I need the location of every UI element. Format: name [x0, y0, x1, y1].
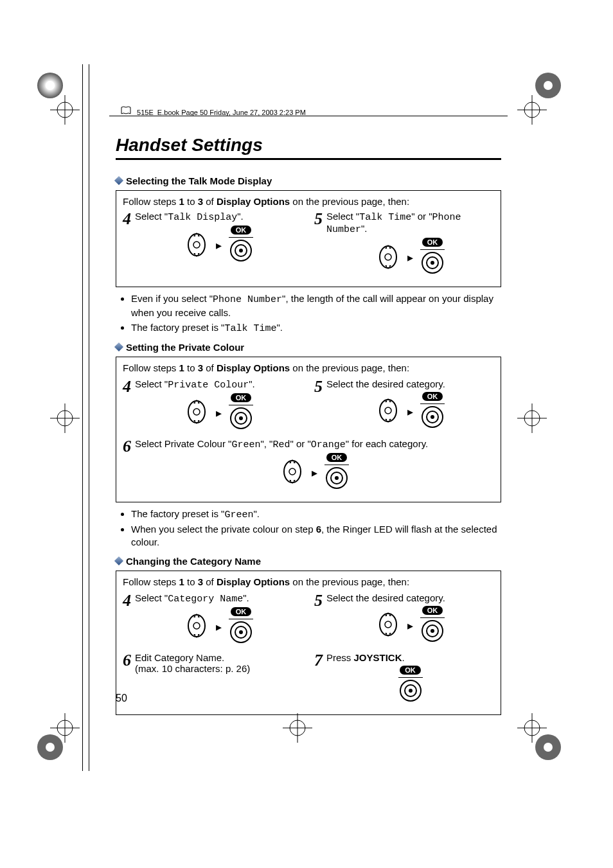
ok-control: OK [420, 606, 445, 646]
arrow-right-icon: ▸ [216, 406, 222, 420]
step: 5 Select "Talk Time" or "Phone Number". … [314, 211, 494, 278]
svg-point-28 [544, 743, 553, 752]
step-mono: Orange [311, 439, 346, 450]
joystick-icon [324, 465, 350, 493]
step-mono: Category Name [168, 594, 243, 605]
bullet-list: The factory preset is "Green".When you s… [125, 508, 501, 549]
svg-point-44 [380, 400, 396, 421]
svg-point-49 [284, 461, 301, 483]
step-text: Press [326, 652, 354, 663]
donut-icon [35, 71, 65, 102]
arrow-right-icon: ▸ [216, 238, 222, 252]
title-underline [116, 158, 501, 160]
step-number: 6 [123, 438, 131, 455]
step-text: ", " [260, 438, 272, 449]
step-number: 4 [123, 211, 131, 227]
arrow-right-icon: ▸ [312, 466, 317, 480]
step-text: ". [237, 211, 244, 222]
step-text: ". [361, 223, 368, 234]
step-mono: Private Colour [168, 380, 249, 391]
diamond-icon [114, 342, 123, 351]
ok-badge: OK [422, 606, 443, 615]
instruction-box: Follow steps 1 to 3 of Display Options o… [116, 357, 501, 502]
step-text: " or " [411, 211, 432, 222]
joystick-icon [420, 250, 445, 278]
step-text: Select the desired category. [326, 378, 445, 389]
svg-point-33 [239, 249, 243, 252]
svg-point-22 [46, 81, 55, 90]
step: 4 Select "Talk Display". ▸ OK [123, 211, 303, 278]
svg-point-39 [188, 401, 205, 423]
nav-up-down-icon [375, 612, 401, 639]
instruction-box: Follow steps 1 to 3 of Display Options o… [116, 190, 501, 287]
ok-badge: OK [422, 392, 443, 401]
step-text: " for each category. [346, 438, 428, 449]
arrow-right-icon: ▸ [216, 620, 222, 634]
nav-up-down-icon [375, 244, 401, 272]
joystick-icon [420, 404, 445, 432]
step-number: 5 [314, 211, 323, 227]
svg-point-59 [380, 614, 396, 635]
step-number: 4 [123, 378, 131, 395]
nav-up-down-icon [280, 459, 305, 486]
svg-point-58 [239, 630, 243, 634]
arrow-right-icon: ▸ [407, 251, 413, 265]
nav-up-down-icon [184, 232, 209, 260]
step-mono: Talk Time [359, 212, 411, 223]
registration-mark-icon [517, 403, 547, 435]
joystick-icon [228, 238, 254, 265]
joystick-icon [228, 619, 254, 647]
ok-control: OK [228, 226, 254, 265]
step: 5 Select the desired category. ▸ OK [314, 592, 494, 647]
step-number: 5 [314, 592, 323, 609]
svg-point-66 [409, 689, 413, 693]
crop-line [82, 64, 83, 771]
svg-point-24 [544, 81, 553, 90]
svg-point-40 [193, 409, 200, 415]
section-heading: Changing the Category Name [116, 556, 501, 567]
ok-control: OK [420, 238, 445, 278]
svg-point-35 [385, 254, 391, 260]
step-bold: JOYSTICK [354, 652, 402, 663]
nav-up-down-icon [184, 399, 209, 427]
crop-line [89, 64, 89, 771]
step-text: " or " [290, 438, 310, 449]
svg-point-48 [431, 415, 434, 419]
bullet-item: The factory preset is "Green". [131, 508, 501, 522]
svg-point-50 [289, 468, 296, 475]
nav-up-down-icon [184, 613, 209, 641]
step: 4 Select "Category Name". ▸ OK [123, 592, 303, 647]
ok-badge: OK [231, 607, 252, 616]
donut-icon [533, 71, 563, 102]
step-text: Select " [326, 211, 359, 222]
joystick-icon [420, 618, 445, 646]
arrow-right-icon: ▸ [407, 619, 413, 633]
step-text: ". [243, 592, 249, 603]
ok-badge: OK [400, 666, 421, 675]
svg-point-53 [335, 476, 339, 480]
step-text: ". [249, 378, 255, 389]
step-number: 5 [314, 378, 323, 395]
ok-badge: OK [422, 238, 443, 247]
step-number: 4 [123, 592, 131, 609]
svg-point-60 [385, 621, 391, 628]
ok-control: OK [324, 453, 350, 493]
step: 4 Select "Private Colour". ▸ OK [123, 378, 303, 433]
svg-point-63 [431, 629, 434, 633]
step-subtext: (max. 10 characters: p. 26) [135, 663, 303, 674]
bullet-item: Even if you select "Phone Number", the l… [131, 292, 501, 320]
ok-badge: OK [326, 453, 348, 462]
svg-point-29 [188, 234, 205, 256]
step-text: Select the desired category. [326, 592, 445, 603]
step-mono: Talk Display [168, 212, 237, 223]
bullet-item: The factory preset is "Talk Time". [131, 321, 501, 335]
svg-point-55 [193, 623, 200, 629]
step-text: Edit Category Name. [135, 652, 224, 663]
step-number: 6 [123, 652, 131, 669]
svg-point-54 [188, 615, 205, 637]
svg-point-45 [385, 407, 391, 414]
box-intro: Follow steps 1 to 3 of Display Options o… [123, 196, 494, 207]
box-intro: Follow steps 1 to 3 of Display Options o… [123, 576, 494, 587]
bullet-list: Even if you select "Phone Number", the l… [125, 292, 501, 335]
step-text: Select " [135, 211, 168, 222]
